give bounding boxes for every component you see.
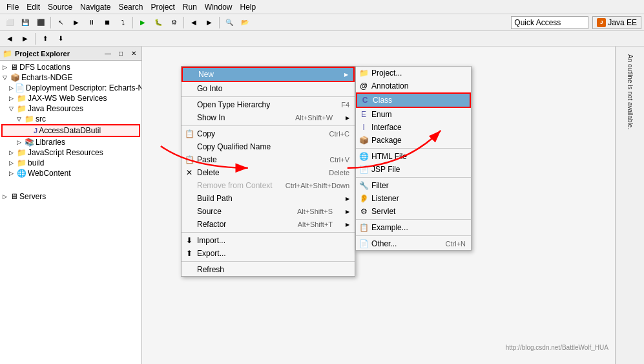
project-icon: 📁 xyxy=(358,68,369,78)
annotation-label: Annotation xyxy=(371,81,408,91)
sub-sep-1 xyxy=(356,148,471,149)
menu-delete[interactable]: ✕ Delete Delete xyxy=(182,166,355,179)
source-arrow: ▶ xyxy=(346,209,349,215)
save-btn[interactable]: 💾 xyxy=(18,16,32,30)
tree-item-servers[interactable]: ▷ 🖥 Servers xyxy=(1,191,140,202)
submenu-jsp[interactable]: 📄 JSP File xyxy=(356,163,471,176)
menu-export[interactable]: ⬆ Export... xyxy=(182,247,355,260)
project-explorer-panel: 📁 Project Explorer — □ ✕ ▷ 🖥 DFS Locatio… xyxy=(0,47,142,364)
outline-text: An outline is not available. xyxy=(627,54,634,129)
refactor-arrow: ▶ xyxy=(346,222,349,228)
tree-item-build[interactable]: ▷ 📁 build xyxy=(1,158,140,168)
menu-paste[interactable]: 📋 Paste Ctrl+V xyxy=(182,153,355,166)
menu-source[interactable]: Source Alt+Shift+S ▶ xyxy=(182,205,355,218)
submenu-project[interactable]: 📁 Project... xyxy=(356,67,471,80)
debug-btn[interactable]: 🐛 xyxy=(151,16,165,30)
menu-search[interactable]: Search xyxy=(114,1,147,13)
sep-4 xyxy=(182,261,355,262)
menu-copy-qualified[interactable]: Copy Qualified Name xyxy=(182,140,355,153)
menu-new[interactable]: New ▶ xyxy=(182,67,355,82)
tree-item-echarts[interactable]: ▽ 📦 Echarts-NDGE xyxy=(1,72,140,83)
pause-btn[interactable]: ⏸ xyxy=(85,16,99,30)
search-btn[interactable]: 🔍 xyxy=(222,16,236,30)
package-label: Package xyxy=(371,136,402,145)
menu-build-path[interactable]: Build Path ▶ xyxy=(182,192,355,205)
new-btn[interactable]: ⬜ xyxy=(3,16,17,30)
step-btn[interactable]: ⤵ xyxy=(116,16,130,30)
servlet-icon: ⚙ xyxy=(358,206,369,217)
quick-access-box[interactable]: Quick Access xyxy=(511,16,588,29)
src-icon: 📁 xyxy=(25,114,34,123)
menu-window[interactable]: Window xyxy=(201,1,236,13)
menu-refresh[interactable]: Refresh xyxy=(182,263,355,276)
menu-file[interactable]: File xyxy=(3,1,23,13)
menu-open-type[interactable]: Open Type Hierarchy F4 xyxy=(182,98,355,111)
java-ee-icon: J xyxy=(597,18,606,27)
save-all-btn[interactable]: ⬛ xyxy=(34,16,48,30)
delete-label: Delete xyxy=(197,168,220,177)
submenu-package[interactable]: 📦 Package xyxy=(356,134,471,147)
submenu-annotation[interactable]: @ Annotation xyxy=(356,80,471,92)
tree-item-descriptor[interactable]: ▷ 📄 Deployment Descriptor: Echarts-NDGE xyxy=(1,83,140,93)
submenu-filter[interactable]: 🔧 Filter xyxy=(356,179,471,192)
submenu-servlet[interactable]: ⚙ Servlet xyxy=(356,205,471,218)
next-btn[interactable]: ▶ xyxy=(202,16,216,30)
menu-run[interactable]: Run xyxy=(179,1,201,13)
menu-copy[interactable]: 📋 Copy Ctrl+C xyxy=(182,127,355,140)
prev-btn[interactable]: ◀ xyxy=(187,16,201,30)
expand-icon: ▷ xyxy=(9,85,14,91)
submenu-other[interactable]: 📄 Other... Ctrl+N xyxy=(356,237,471,250)
submenu-class[interactable]: C Class xyxy=(356,92,471,108)
tree-item-java-resources[interactable]: ▽ 📁 Java Resources xyxy=(1,103,140,114)
tree-item-src[interactable]: ▽ 📁 src xyxy=(1,114,140,124)
tree-item-dfs[interactable]: ▷ 🖥 DFS Locations xyxy=(1,62,140,72)
open-btn[interactable]: 📂 xyxy=(238,16,252,30)
menu-show-in[interactable]: Show In Alt+Shift+W ▶ xyxy=(182,111,355,124)
context-menu: New ▶ Go Into Open Type Hierarchy F4 Sho… xyxy=(181,66,355,277)
java-res-label: Java Resources xyxy=(28,104,83,113)
menu-navigate[interactable]: Navigate xyxy=(76,1,114,13)
fwd-btn[interactable]: ▶ xyxy=(18,32,32,46)
up-btn[interactable]: ⬆ xyxy=(38,32,52,46)
tree-item-jaxws[interactable]: ▷ 📁 JAX-WS Web Services xyxy=(1,93,140,103)
menubar: File Edit Source Navigate Search Project… xyxy=(0,0,644,14)
submenu-listener[interactable]: 👂 Listener xyxy=(356,192,471,205)
html-label: HTML File xyxy=(371,152,407,161)
copy-icon: 📋 xyxy=(184,129,194,139)
expand-icon: ▷ xyxy=(9,160,16,166)
panel-close-btn[interactable]: ✕ xyxy=(129,48,139,59)
show-in-shortcut: Alt+Shift+W xyxy=(295,114,333,122)
tree-item-jsresources[interactable]: ▷ 📁 JavaScript Resources xyxy=(1,147,140,158)
menu-source[interactable]: Source xyxy=(44,1,76,13)
source-label: Source xyxy=(197,207,222,216)
import-label: Import... xyxy=(197,236,225,245)
expand-icon: ▷ xyxy=(9,170,16,177)
menu-help[interactable]: Help xyxy=(236,1,260,13)
filter-icon: 🔧 xyxy=(358,180,369,191)
panel-min-btn[interactable]: — xyxy=(103,48,113,59)
panel-max-btn[interactable]: □ xyxy=(116,48,126,59)
submenu-enum[interactable]: E Enum xyxy=(356,108,471,121)
submenu-interface[interactable]: I Interface xyxy=(356,121,471,134)
ext-btn[interactable]: ⚙ xyxy=(167,16,181,30)
play-btn[interactable]: ▶ xyxy=(69,16,83,30)
menu-refactor[interactable]: Refactor Alt+Shift+T ▶ xyxy=(182,218,355,231)
back-btn[interactable]: ◀ xyxy=(3,32,17,46)
run-btn[interactable]: ▶ xyxy=(136,16,150,30)
tree-item-libraries[interactable]: ▷ 📚 Libraries xyxy=(1,137,140,147)
menu-project[interactable]: Project xyxy=(147,1,178,13)
sep5 xyxy=(35,33,36,45)
java-ee-btn[interactable]: J Java EE xyxy=(592,16,641,29)
cursor-btn[interactable]: ↖ xyxy=(54,16,68,30)
copy-shortcut: Ctrl+C xyxy=(329,130,349,138)
menu-edit[interactable]: Edit xyxy=(23,1,44,13)
submenu-example[interactable]: 📋 Example... xyxy=(356,221,471,234)
tree-item-webcontent[interactable]: ▷ 🌐 WebContent xyxy=(1,168,140,178)
menu-go-into[interactable]: Go Into xyxy=(182,82,355,95)
tree-item-accessdata[interactable]: J AccessDataDButil xyxy=(1,124,140,137)
jsres-icon: 📁 xyxy=(17,148,26,157)
submenu-html[interactable]: 🌐 HTML File xyxy=(356,150,471,163)
down-btn[interactable]: ⬇ xyxy=(54,32,68,46)
stop-btn[interactable]: ⏹ xyxy=(100,16,114,30)
menu-import[interactable]: ⬇ Import... xyxy=(182,234,355,247)
